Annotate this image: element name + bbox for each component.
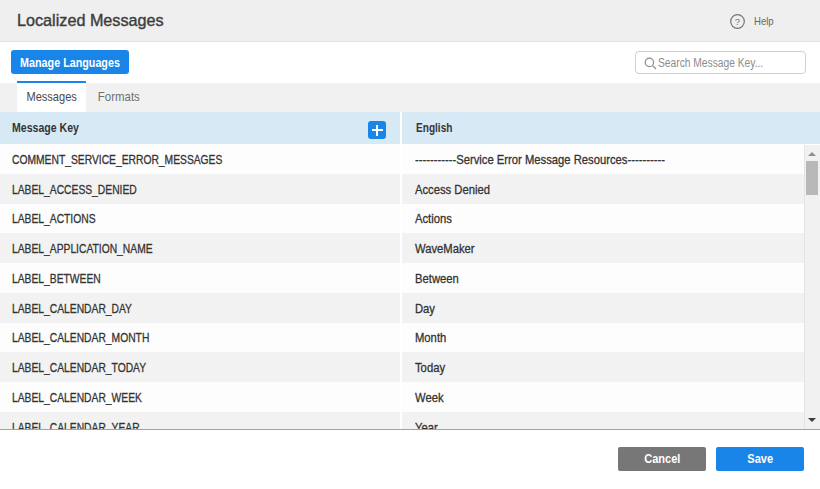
svg-text:?: ? <box>735 16 740 27</box>
